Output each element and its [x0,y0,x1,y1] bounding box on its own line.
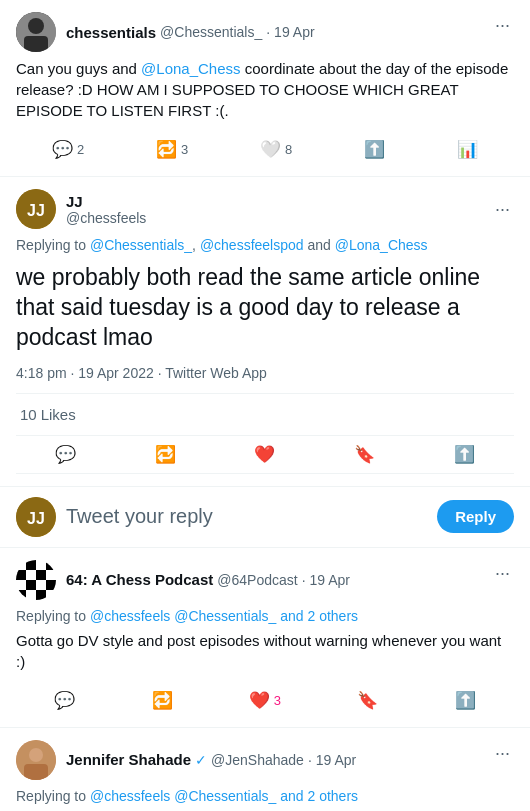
verified-icon: ✓ [195,752,207,768]
mention-link-2[interactable]: @Chessentials_ [174,788,276,804]
avatar[interactable] [16,740,56,780]
analytics-button[interactable]: 📊 [449,135,486,164]
comment-button[interactable]: 💬 [47,440,84,469]
tweet-header: Jennifer Shahade ✓ @JenShahade · 19 Apr … [16,740,514,780]
analytics-icon: 📊 [457,139,478,160]
like-button[interactable]: ❤️ [246,440,283,469]
display-name[interactable]: Jennifer Shahade [66,751,191,768]
likes-row: 10Likes [16,393,514,436]
username[interactable]: @64Podcast [217,572,297,588]
reply-placeholder: Tweet your reply [66,505,213,527]
and-others-link[interactable]: and 2 others [280,788,358,804]
like-button[interactable]: 🤍 8 [252,135,300,164]
tweet-header: 64: A Chess Podcast @64Podcast · 19 Apr … [16,560,514,600]
big-tweet-card: JJ JJ @chessfeels ··· Replying to @Chess… [0,177,530,487]
tweet-card-1: chessentials @Chessentials_ · 19 Apr ···… [0,0,530,177]
reply-card-1: 64: A Chess Podcast @64Podcast · 19 Apr … [0,548,530,728]
mention-link-3[interactable]: @Lona_Chess [335,237,428,253]
timestamp: 19 Apr [310,572,350,588]
comment-icon: 💬 [54,690,75,711]
tweet-meta: 4:18 pm · 19 Apr 2022 · Twitter Web App [16,365,514,381]
tweet-header: chessentials @Chessentials_ · 19 Apr ··· [16,12,514,52]
mention-link-1[interactable]: @chessfeels [90,788,170,804]
like-icon: ❤️ [254,444,275,465]
svg-text:JJ: JJ [27,510,45,527]
username[interactable]: @chessfeels [66,210,146,226]
replying-to: Replying to @chessfeels @Chessentials_ a… [16,608,514,624]
replying-to: Replying to @chessfeels @Chessentials_ a… [16,788,514,804]
username[interactable]: @Chessentials_ [160,24,262,40]
and-others-link[interactable]: and 2 others [280,608,358,624]
svg-rect-2 [24,36,48,52]
bookmark-icon: 🔖 [354,444,375,465]
reply-box: JJ Tweet your reply Reply [0,487,530,548]
comment-button[interactable]: 💬 2 [44,135,92,164]
user-info: chessentials @Chessentials_ · 19 Apr [66,24,315,41]
svg-text:JJ: JJ [27,202,45,219]
more-options-icon[interactable]: ··· [491,12,514,38]
like-count: 8 [285,142,292,157]
bookmark-button[interactable]: 🔖 [349,686,386,715]
more-options-icon[interactable]: ··· [491,560,514,586]
bookmark-icon: 🔖 [357,690,378,711]
user-avatar: JJ [16,497,56,537]
more-options-icon[interactable]: ··· [491,196,514,222]
mention-link-1[interactable]: @chessfeels [90,608,170,624]
mention-link[interactable]: @Lona_Chess [141,60,240,77]
mention-link-1[interactable]: @Chessentials_ [90,237,192,253]
user-info: Jennifer Shahade ✓ @JenShahade · 19 Apr [66,751,356,768]
timestamp: 19 Apr [316,752,356,768]
avatar[interactable] [16,560,56,600]
comment-icon: 💬 [55,444,76,465]
display-name[interactable]: chessentials [66,24,156,41]
svg-rect-9 [24,764,48,780]
svg-point-8 [29,748,43,762]
like-icon: ❤️ [249,690,270,711]
reply-input[interactable]: Tweet your reply [66,497,427,536]
tweet-content: Gotta go DV style and post episodes with… [16,630,514,672]
tweet-actions: 💬 2 🔁 3 🤍 8 ⬆️ 📊 [16,131,514,164]
display-name[interactable]: JJ [66,193,146,210]
username[interactable]: @JenShahade [211,752,304,768]
retweet-button[interactable]: 🔁 3 [148,135,196,164]
reply-button[interactable]: Reply [437,500,514,533]
bookmark-button[interactable]: 🔖 [346,440,383,469]
like-icon: 🤍 [260,139,281,160]
share-icon: ⬆️ [454,444,475,465]
big-tweet-actions: 💬 🔁 ❤️ 🔖 ⬆️ [16,436,514,474]
tweet-actions: 💬 🔁 ❤️ 3 🔖 ⬆️ [16,682,514,715]
comment-icon: 💬 [52,139,73,160]
user-info: 64: A Chess Podcast @64Podcast · 19 Apr [66,571,350,588]
likes-label: Likes [41,406,76,423]
mention-link-2[interactable]: @Chessentials_ [174,608,276,624]
share-button[interactable]: ⬆️ [447,686,484,715]
display-name[interactable]: 64: A Chess Podcast [66,571,213,588]
retweet-count: 3 [181,142,188,157]
share-button[interactable]: ⬆️ [356,135,393,164]
retweet-icon: 🔁 [152,690,173,711]
big-tweet-header: JJ JJ @chessfeels ··· [16,189,514,229]
avatar[interactable] [16,12,56,52]
comment-button[interactable]: 💬 [46,686,83,715]
like-count: 3 [274,693,281,708]
retweet-button[interactable]: 🔁 [144,686,181,715]
timestamp: 19 Apr [274,24,314,40]
svg-point-1 [28,18,44,34]
more-options-icon[interactable]: ··· [491,740,514,766]
mention-link-2[interactable]: @chessfeelspod [200,237,304,253]
reply-card-2: Jennifer Shahade ✓ @JenShahade · 19 Apr … [0,728,530,811]
share-icon: ⬆️ [455,690,476,711]
comment-count: 2 [77,142,84,157]
replying-to: Replying to @Chessentials_, @chessfeelsp… [16,237,514,253]
user-info: JJ @chessfeels [66,193,146,226]
retweet-icon: 🔁 [155,444,176,465]
retweet-icon: 🔁 [156,139,177,160]
share-button[interactable]: ⬆️ [446,440,483,469]
retweet-button[interactable]: 🔁 [147,440,184,469]
like-button[interactable]: ❤️ 3 [241,686,289,715]
share-icon: ⬆️ [364,139,385,160]
big-tweet-text: we probably both read the same article o… [16,263,514,353]
tweet-content: Can you guys and @Lona_Chess coordinate … [16,58,514,121]
likes-count: 10 [20,406,37,423]
avatar[interactable]: JJ [16,189,56,229]
